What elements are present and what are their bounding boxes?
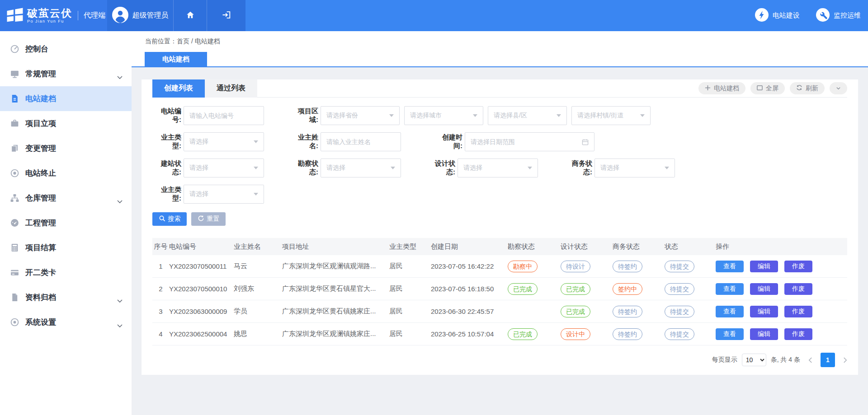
- void-button[interactable]: 作废: [784, 328, 812, 340]
- fullscreen-button[interactable]: 全屏: [750, 82, 785, 94]
- per-page-select[interactable]: 10: [742, 354, 766, 366]
- page-1-button[interactable]: 1: [821, 353, 835, 367]
- owner-name-input[interactable]: [326, 138, 395, 145]
- view-button[interactable]: 查看: [716, 328, 744, 340]
- logout-icon: [222, 10, 231, 22]
- build-status-select[interactable]: 请选择: [184, 159, 264, 177]
- void-button[interactable]: 作废: [784, 283, 812, 295]
- search-button[interactable]: 搜索: [152, 212, 187, 226]
- sidebar-item-system-settings[interactable]: 系统设置: [0, 310, 132, 335]
- records-table: 序号电站编号 业主姓名项目地址 业主类型创建日期 勘察状态设计状态 商务状态状态…: [152, 238, 847, 345]
- plus-icon: [705, 85, 711, 92]
- sidebar-item-change-mgmt[interactable]: 变更管理: [0, 136, 132, 161]
- home-button[interactable]: [173, 0, 207, 31]
- table-row: 3 YX2023063000009 学员 广东深圳龙华区黄石镇姚家庄... 居民…: [152, 300, 847, 323]
- sidebar-item-engineering-mgmt[interactable]: 工程管理: [0, 210, 132, 235]
- table-row: 1 YX2023070500011 马云 广东深圳龙华区观澜镇观湖路... 居民…: [152, 255, 847, 278]
- edit-button[interactable]: 编辑: [750, 283, 778, 295]
- status-badge: 已完成: [508, 283, 538, 295]
- avatar: [112, 7, 128, 25]
- caret-down-icon: [473, 114, 477, 117]
- caret-down-icon: [528, 167, 532, 169]
- sidebar-item-project-settlement[interactable]: 项目结算: [0, 235, 132, 260]
- void-button[interactable]: 作废: [784, 306, 812, 317]
- header-spacer: [245, 0, 755, 31]
- refresh-button[interactable]: 刷新: [790, 82, 825, 94]
- sidebar-item-warehouse-mgmt[interactable]: 仓库管理: [0, 186, 132, 210]
- nav-station-build[interactable]: 电站建设: [755, 0, 800, 31]
- void-button[interactable]: 作废: [784, 261, 812, 272]
- edit-button[interactable]: 编辑: [750, 328, 778, 340]
- reset-button[interactable]: 重置: [191, 212, 226, 226]
- sidebar-label: 资料归档: [25, 292, 56, 303]
- per-page-label: 每页显示: [712, 356, 737, 364]
- status-badge: 待签约: [613, 261, 642, 272]
- user-name: 超级管理员: [132, 11, 169, 20]
- sitemap-icon: [10, 193, 20, 203]
- design-status-label: 设计状态:: [426, 159, 455, 177]
- sidebar-item-general-mgmt[interactable]: 常规管理: [0, 61, 132, 86]
- sidebar-item-type2-card[interactable]: 开二类卡: [0, 260, 132, 285]
- region-label: 项目区域:: [289, 107, 318, 124]
- county-select[interactable]: 请选择县/区: [488, 106, 567, 125]
- logo-panel: 破茧云伏 Po Jian Yun Fu 代理端: [0, 0, 107, 31]
- caret-down-icon: [254, 140, 258, 143]
- sidebar-label: 系统设置: [25, 317, 56, 327]
- create-station-button[interactable]: 电站建档: [698, 82, 745, 94]
- document-icon: [10, 94, 20, 104]
- sidebar-item-project-initiation[interactable]: 项目立项: [0, 111, 132, 136]
- edit-button[interactable]: 编辑: [750, 261, 778, 272]
- status-badge: 待签约: [613, 328, 642, 340]
- logout-button[interactable]: [207, 0, 245, 31]
- wrench-icon: [816, 8, 830, 23]
- sidebar-label: 项目立项: [25, 118, 56, 129]
- chevron-down-icon: [117, 296, 123, 305]
- tab-passed-list[interactable]: 通过列表: [205, 79, 257, 98]
- owner-type2-select[interactable]: 请选择: [184, 185, 264, 204]
- calendar-icon: [582, 139, 589, 145]
- caret-down-icon: [391, 167, 395, 169]
- owner-name-label: 业主姓名:: [289, 133, 318, 150]
- view-button[interactable]: 查看: [716, 283, 744, 295]
- filter-panel: 电站编号: 项目区域: 请选择省份 请选择城市: [152, 98, 847, 226]
- chevron-down-icon: [117, 196, 123, 205]
- status-badge: 待设计: [561, 261, 590, 272]
- caret-down-icon: [665, 167, 669, 169]
- prev-page-button[interactable]: [808, 357, 812, 363]
- design-status-select[interactable]: 请选择: [458, 159, 538, 177]
- page-tab-station-archive[interactable]: 电站建档: [145, 52, 207, 66]
- current-user[interactable]: 超级管理员: [107, 0, 173, 31]
- date-range-input[interactable]: [471, 138, 578, 145]
- sidebar-item-station-terminate[interactable]: 电站终止: [0, 161, 132, 186]
- survey-status-select[interactable]: 请选择: [321, 159, 401, 177]
- station-no-input[interactable]: [189, 112, 258, 119]
- caret-down-icon: [640, 114, 645, 117]
- sidebar-item-station-archive[interactable]: 电站建档: [0, 86, 132, 111]
- view-button[interactable]: 查看: [716, 306, 744, 317]
- province-select[interactable]: 请选择省份: [321, 106, 400, 125]
- portal-label: 代理端: [78, 11, 105, 20]
- city-select[interactable]: 请选择城市: [404, 106, 483, 125]
- sidebar-item-console[interactable]: 控制台: [0, 37, 132, 61]
- table-header-row: 序号电站编号 业主姓名项目地址 业主类型创建日期 勘察状态设计状态 商务状态状态…: [152, 238, 847, 255]
- sidebar-item-data-archive[interactable]: 资料归档: [0, 285, 132, 310]
- home-icon: [185, 10, 195, 22]
- town-select[interactable]: 请选择村镇/街道: [571, 106, 651, 125]
- next-page-button[interactable]: [843, 357, 847, 363]
- search-icon: [159, 215, 165, 223]
- edit-button[interactable]: 编辑: [750, 306, 778, 317]
- business-status-select[interactable]: 请选择: [594, 159, 675, 177]
- view-button[interactable]: 查看: [716, 261, 744, 272]
- survey-status-label: 勘察状态:: [289, 159, 318, 177]
- owner-type2-label: 业主类型:: [152, 186, 181, 203]
- page-tab-strip: 电站建档: [132, 52, 868, 67]
- sidebar-label: 仓库管理: [25, 193, 56, 203]
- status-badge: 勘察中: [508, 261, 538, 272]
- owner-type-select[interactable]: 请选择: [184, 132, 264, 151]
- date-range-picker[interactable]: [465, 132, 594, 151]
- tab-create-list[interactable]: 创建列表: [152, 79, 205, 98]
- table-row: 2 YX2023070500010 刘强东 广东深圳龙华区黄石镇星官大... 居…: [152, 278, 847, 300]
- nav-monitor-ops[interactable]: 监控运维: [816, 0, 861, 31]
- collapse-toolbar-button[interactable]: [830, 82, 847, 94]
- target-icon: [10, 168, 20, 178]
